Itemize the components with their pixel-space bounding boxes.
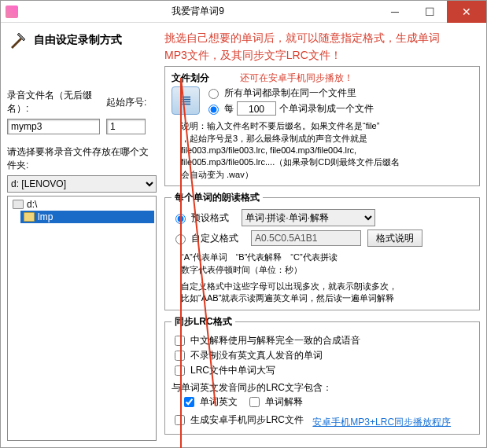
tree-folder-selected[interactable]: lmp xyxy=(20,211,154,223)
format-note: 自定义格式中这些字母可以出现多次，就表示朗读多次， xyxy=(181,281,473,292)
file-split-desc: file005.mp3/file005.lrc....（如果录制CD则最终文件后… xyxy=(181,156,400,168)
file-split-legend: 文件划分 xyxy=(172,72,209,83)
hammer-icon xyxy=(7,29,29,51)
startnum-input[interactable] xyxy=(106,119,146,134)
close-button[interactable]: ✕ xyxy=(447,1,486,23)
red-instruction-1: 挑选自己想要的单词后，就可以随意指定格式，生成单词 xyxy=(164,29,480,46)
annotation-line xyxy=(180,78,182,448)
red-instruction-2: MP3文件，及其同步文字LRC文件！ xyxy=(164,46,480,64)
startnum-label: 起始序号: xyxy=(106,96,146,109)
titlebar: 我爱背单词9 ─ ☐ ✕ xyxy=(1,1,486,23)
tree-root[interactable]: d:\ xyxy=(9,198,154,211)
file-split-desc: 会自动变为 .wav） xyxy=(181,169,400,181)
radio-all-one-file[interactable]: 所有单词都录制在同一个文件里 xyxy=(205,86,356,100)
red-instruction-3: 还可在安卓手机同步播放！ xyxy=(240,72,353,83)
filename-input[interactable] xyxy=(7,119,100,134)
app-window: 我爱背单词9 ─ ☐ ✕ 自由设定录制方式 录音文件名（无后缀名）: 起始序号: xyxy=(0,0,487,448)
preset-format-select[interactable]: 单词·拼读·单词·解释 xyxy=(242,209,375,226)
drive-icon xyxy=(13,200,24,209)
check-gen-android-lrc[interactable]: 生成安卓手机同步LRC文件 xyxy=(172,413,304,428)
radio-per-count[interactable]: 每 100 个单词录制成一个文件 xyxy=(205,101,374,116)
format-note: 数字代表停顿时间（单位：秒） xyxy=(181,264,473,276)
custom-format-input xyxy=(251,230,361,246)
filename-label: 录音文件名（无后缀名）: xyxy=(7,89,100,116)
format-note: “A”代表单词 “B”代表解释 “C”代表拼读 xyxy=(181,252,473,263)
minimize-button[interactable]: ─ xyxy=(378,1,412,23)
drive-select[interactable]: d: [LENOVO] xyxy=(7,175,157,193)
format-help-button[interactable]: 格式说明 xyxy=(367,230,422,247)
maximize-button[interactable]: ☐ xyxy=(412,1,447,23)
count-input[interactable]: 100 xyxy=(237,101,276,116)
check-synth-voice[interactable]: 中文解释使用与解释完全一致的合成语音 xyxy=(172,333,360,348)
check-word-explain[interactable]: 单词解释 xyxy=(246,395,303,409)
format-note: 比如“AAB”就表示读两遍英文单词，然后读一遍单词解释 xyxy=(181,292,473,304)
file-split-icon: ≣ xyxy=(172,86,200,115)
folder-icon xyxy=(24,212,35,222)
file-split-desc: file003.mp3/file003.lrc, file004.mp3/fil… xyxy=(181,145,400,156)
lrc-sync-label: 与单词英文发音同步的LRC文字包含： xyxy=(172,381,473,395)
android-player-link[interactable]: 安卓手机MP3+LRC同步播放程序 xyxy=(312,417,451,428)
panel-title: 自由设定录制方式 xyxy=(34,33,122,47)
app-icon xyxy=(6,6,18,18)
read-format-legend: 每个单词的朗读格式 xyxy=(172,191,263,204)
check-word-english[interactable]: 单词英文 xyxy=(181,395,238,409)
file-split-group: 文件划分 还可在安卓手机同步播放！ ≣ 所有单词都录制在同一个文件里 xyxy=(164,66,480,186)
check-skip-no-audio[interactable]: 不录制没有英文真人发音的单词 xyxy=(172,348,323,363)
file-split-desc: ，起始序号是3，那么最终录制成的声音文件就是 xyxy=(181,133,400,145)
svg-marker-0 xyxy=(11,38,22,49)
check-uppercase[interactable]: LRC文件中单词大写 xyxy=(172,363,275,378)
left-panel: 自由设定录制方式 录音文件名（无后缀名）: 起始序号: 请选择要将录音文件存放在… xyxy=(7,29,157,441)
read-format-group: 每个单词的朗读格式 预设格式 单词·拼读·单词·解释 自定义格式 格式说明 “A… xyxy=(164,191,480,310)
save-folder-label: 请选择要将录音文件存放在哪个文件夹: xyxy=(7,145,157,172)
folder-tree[interactable]: d:\ lmp xyxy=(7,196,157,441)
file-split-desc: 说明：输入文件名时不要后缀名。如果文件名是“file” xyxy=(181,120,400,132)
window-title: 我爱背单词9 xyxy=(18,5,378,18)
